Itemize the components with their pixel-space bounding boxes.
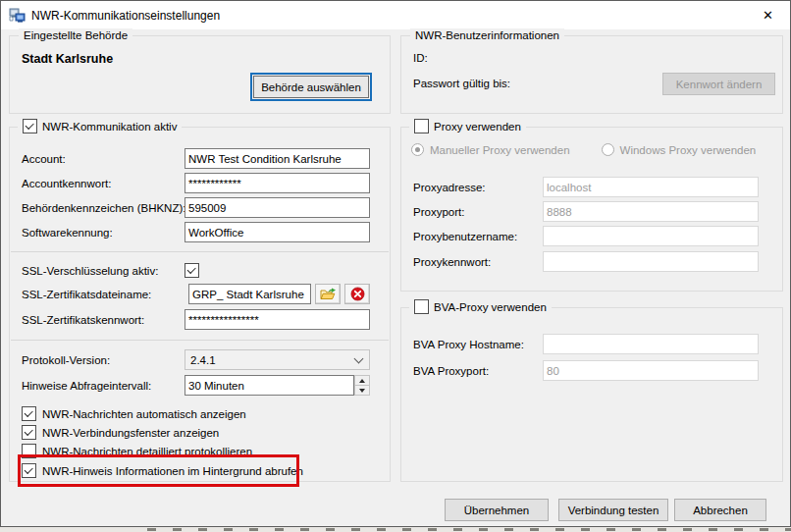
- network-computers-icon: [9, 8, 26, 24]
- cancel-button[interactable]: Abbrechen: [674, 499, 766, 521]
- remove-certificate-button[interactable]: [344, 284, 370, 304]
- ssl-cert-password-label: SSL-Zertifikatskennwort:: [22, 314, 185, 326]
- ssl-cert-file-input[interactable]: [188, 284, 311, 304]
- show-connection-window-checkbox[interactable]: [22, 425, 36, 440]
- bva-port-label: BVA Proxyport:: [413, 365, 543, 377]
- nwr-kommunikation-aktiv-label[interactable]: NWR-Kommunikation aktiv: [42, 121, 177, 133]
- background-window-sliver: [0, 527, 791, 532]
- proxy-address-input[interactable]: [543, 177, 759, 197]
- protocol-version-value: 2.4.1: [190, 354, 216, 366]
- bva-proxy-verwenden-checkbox[interactable]: [414, 299, 429, 314]
- browse-certificate-button[interactable]: [315, 284, 341, 304]
- spinner-up-button[interactable]: [354, 375, 370, 386]
- chevron-down-icon: [354, 353, 364, 363]
- arrow-down-icon: [359, 389, 365, 393]
- bva-port-input[interactable]: [543, 360, 759, 381]
- software-id-input[interactable]: [185, 222, 370, 242]
- bhknz-label: Behördenkennzeichen (BHKNZ):: [22, 202, 185, 214]
- proxy-username-input[interactable]: [543, 226, 759, 246]
- proxy-port-input[interactable]: [543, 201, 759, 222]
- ssl-cert-file-label: SSL-Zertifikatsdateiname:: [22, 289, 185, 300]
- windows-proxy-label: Windows Proxy verwenden: [620, 144, 757, 156]
- id-label: ID:: [413, 52, 428, 64]
- selected-agency-name: Stadt Karlsruhe: [22, 52, 113, 66]
- poll-interval-label: Hinweise Abfrageintervall:: [22, 380, 185, 392]
- protocol-version-dropdown[interactable]: 2.4.1: [185, 349, 370, 370]
- poll-interval-input[interactable]: [185, 375, 354, 396]
- proxy-port-label: Proxyport:: [413, 206, 543, 218]
- highlight-annotation: [18, 454, 299, 487]
- group-legend-checkbox-row: BVA-Proxy verwenden: [409, 298, 552, 315]
- poll-interval-spinner: [354, 375, 370, 396]
- close-icon: ✕: [763, 8, 773, 23]
- separator: [11, 340, 389, 341]
- change-password-button[interactable]: Kennwort ändern: [662, 73, 775, 95]
- group-bva-proxy: BVA-Proxy verwenden BVA Proxy Hostname: …: [400, 307, 783, 482]
- nwr-kommunikation-aktiv-checkbox[interactable]: [23, 119, 37, 133]
- group-legend-checkbox-row: Proxy verwenden: [409, 118, 526, 134]
- select-agency-button[interactable]: Behörde auswählen: [253, 76, 369, 98]
- proxy-password-input[interactable]: [543, 251, 759, 272]
- delete-icon: [350, 287, 365, 301]
- titlebar: NWR-Kommunikationseinstellungen ✕: [1, 1, 790, 29]
- group-label: NWR-Benutzerinformationen: [410, 28, 564, 42]
- background-text-fragments: [147, 528, 791, 531]
- account-input[interactable]: [185, 148, 370, 169]
- account-password-label: Accountkennwort:: [22, 178, 185, 189]
- ssl-active-label: SSL-Verschlüsselung aktiv:: [22, 265, 185, 277]
- open-folder-icon: [320, 288, 337, 301]
- test-connection-button[interactable]: Verbindung testen: [558, 499, 668, 521]
- ssl-active-checkbox[interactable]: [185, 263, 199, 278]
- apply-button[interactable]: Übernehmen: [445, 499, 549, 521]
- bva-hostname-label: BVA Proxy Hostname:: [413, 339, 543, 350]
- proxy-password-label: Proxykennwort:: [413, 256, 543, 268]
- password-valid-label: Passwort gültig bis:: [413, 78, 510, 89]
- separator: [11, 251, 389, 252]
- auto-show-messages-label[interactable]: NWR-Nachrichten automatisch anzeigen: [42, 408, 246, 420]
- auto-show-messages-checkbox[interactable]: [22, 406, 36, 421]
- proxy-verwenden-label[interactable]: Proxy verwenden: [434, 121, 521, 133]
- group-nwr-kommunikation: NWR-Kommunikation aktiv Account: Account…: [9, 127, 391, 482]
- manual-proxy-radio[interactable]: [411, 143, 424, 156]
- group-label: Eingestellte Behörde: [19, 28, 132, 42]
- bva-proxy-verwenden-label[interactable]: BVA-Proxy verwenden: [434, 301, 547, 313]
- window-title: NWR-Kommunikationseinstellungen: [31, 9, 220, 23]
- windows-proxy-radio[interactable]: [602, 143, 614, 156]
- protocol-version-label: Protokoll-Version:: [22, 354, 185, 366]
- group-proxy: Proxy verwenden Manueller Proxy verwende…: [400, 127, 783, 292]
- arrow-up-icon: [359, 379, 365, 383]
- account-label: Account:: [22, 153, 185, 165]
- dialog-window: NWR-Kommunikationseinstellungen ✕ Einges…: [0, 0, 791, 527]
- manual-proxy-label: Manueller Proxy verwenden: [430, 144, 570, 156]
- close-button[interactable]: ✕: [746, 1, 790, 29]
- group-eingestellte-behoerde: Eingestellte Behörde Stadt Karlsruhe Beh…: [9, 35, 391, 114]
- proxy-verwenden-checkbox[interactable]: [414, 119, 429, 133]
- proxy-address-label: Proxyadresse:: [413, 182, 543, 193]
- ssl-cert-password-input[interactable]: [185, 309, 370, 330]
- show-connection-window-label[interactable]: NWR-Verbindungsfenster anzeigen: [42, 427, 219, 439]
- software-id-label: Softwarekennung:: [22, 227, 185, 239]
- bva-hostname-input[interactable]: [543, 334, 759, 354]
- spinner-down-button[interactable]: [354, 386, 370, 396]
- account-password-input[interactable]: [185, 173, 370, 193]
- group-legend-checkbox-row: NWR-Kommunikation aktiv: [18, 118, 182, 134]
- bhknz-input[interactable]: [185, 197, 370, 218]
- group-nwr-benutzerinformationen: NWR-Benutzerinformationen ID: Passwort g…: [400, 35, 783, 114]
- proxy-username-label: Proxybenutzername:: [413, 231, 543, 242]
